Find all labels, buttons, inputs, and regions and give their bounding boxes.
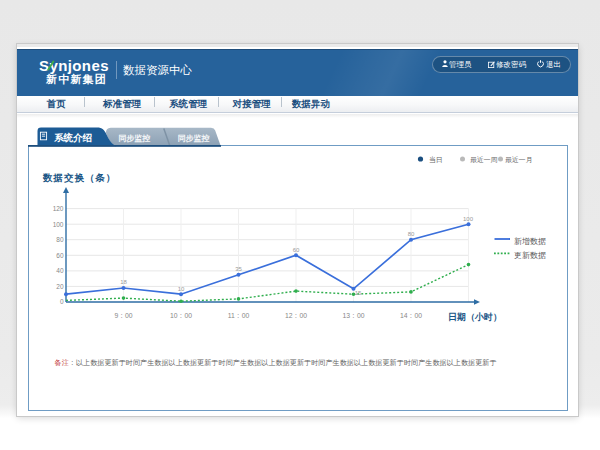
svg-text:120: 120	[53, 205, 64, 212]
svg-text:60: 60	[56, 252, 64, 259]
svg-text:80: 80	[408, 231, 415, 237]
svg-text:20: 20	[56, 283, 64, 290]
svg-text:100: 100	[463, 216, 474, 222]
svg-text:60: 60	[293, 247, 300, 253]
svg-text:15: 15	[355, 290, 362, 296]
svg-text:0: 0	[60, 298, 64, 305]
svg-text:18: 18	[120, 279, 127, 285]
svg-text:80: 80	[56, 236, 64, 243]
svg-text:35: 35	[235, 266, 242, 272]
svg-text:40: 40	[56, 267, 64, 274]
svg-text:12：00: 12：00	[285, 312, 307, 319]
svg-text:14：00: 14：00	[400, 312, 422, 319]
svg-text:10：00: 10：00	[170, 312, 192, 319]
svg-text:11：00: 11：00	[228, 312, 250, 319]
svg-text:9：00: 9：00	[114, 312, 132, 319]
svg-text:10: 10	[178, 286, 185, 292]
svg-text:100: 100	[53, 221, 64, 228]
svg-text:13：00: 13：00	[343, 312, 365, 319]
